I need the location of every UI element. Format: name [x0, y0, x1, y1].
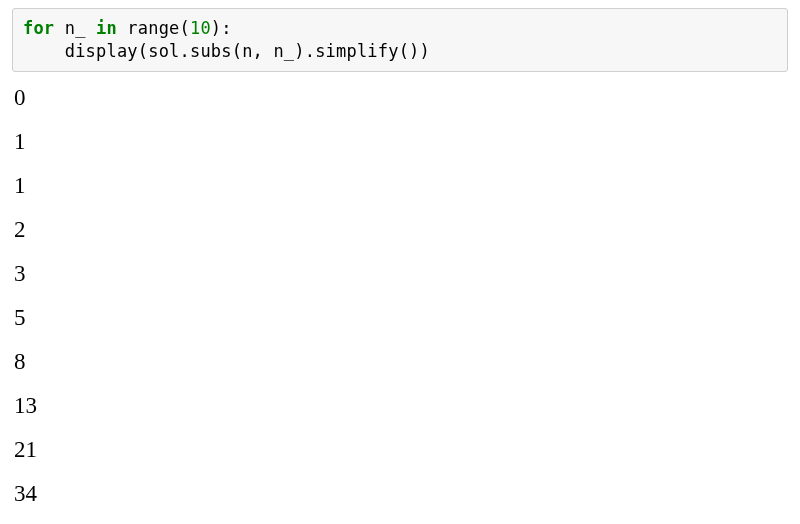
output-value: 34 — [14, 482, 788, 505]
output-area: 0 1 1 2 3 5 8 13 21 34 — [12, 72, 788, 505]
keyword-in: in — [96, 18, 117, 38]
output-value: 1 — [14, 130, 788, 153]
keyword-for: for — [23, 18, 54, 38]
output-value: 8 — [14, 350, 788, 373]
output-value: 3 — [14, 262, 788, 285]
output-value: 1 — [14, 174, 788, 197]
code-text: n_ — [54, 18, 96, 38]
output-value: 13 — [14, 394, 788, 417]
code-text: ): — [211, 18, 232, 38]
code-input-cell: for n_ in range(10): display(sol.subs(n,… — [12, 8, 788, 72]
output-value: 21 — [14, 438, 788, 461]
code-text: range( — [117, 18, 190, 38]
code-text: display(sol.subs(n, n_).simplify()) — [23, 41, 430, 61]
output-value: 0 — [14, 86, 788, 109]
number-literal: 10 — [190, 18, 211, 38]
output-value: 5 — [14, 306, 788, 329]
output-value: 2 — [14, 218, 788, 241]
